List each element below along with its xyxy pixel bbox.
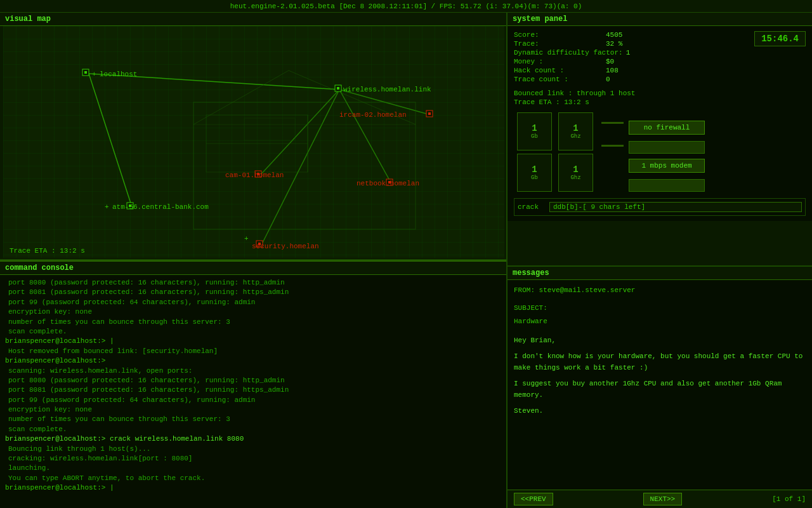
svg-text:wireless.homelan.link: wireless.homelan.link <box>343 86 431 93</box>
message-subject-label: SUBJECT: <box>514 303 806 314</box>
trace-eta-text: Trace ETA : 13:2 s <box>514 98 589 106</box>
prev-message-button[interactable]: <<PREV <box>514 493 553 505</box>
svg-line-35 <box>193 70 289 124</box>
crack-progress-bar: ddb[b]-[ 9 chars left] <box>549 202 802 212</box>
svg-rect-14 <box>428 112 431 115</box>
status-bar: heut.engine-2.01.025.beta [Dec 8 2008.12… <box>0 0 812 13</box>
hack-label: Hack count : <box>514 67 603 74</box>
svg-line-4 <box>339 90 391 184</box>
crack-bar-text: ddb[b]-[ 9 chars left] <box>550 203 801 211</box>
visual-map-header: visual map <box>0 13 506 26</box>
svg-rect-32 <box>244 118 295 140</box>
svg-text:ircam-02.homelan: ircam-02.homelan <box>339 111 407 119</box>
hw-cpu-2: 1 Ghz <box>558 154 593 192</box>
hack-value: 108 <box>606 67 619 74</box>
money-value: $0 <box>606 58 614 65</box>
difficulty-value: 1 <box>626 49 631 57</box>
svg-text:+: + <box>92 70 96 78</box>
hw-ram-1: 1 Gb <box>517 112 552 150</box>
no-firewall-button[interactable]: no firewall <box>629 121 705 135</box>
score-label: Score: <box>514 31 603 39</box>
message-subject: Hardware <box>514 316 806 327</box>
bounced-text: Bounced link : through 1 host <box>514 90 635 97</box>
modem-button[interactable]: 1 mbps modem <box>629 159 705 173</box>
messages-header: messages <box>508 267 812 280</box>
message-from: FROM: steve@mail.steve.server <box>514 285 806 296</box>
hw-cpu-1: 1 Ghz <box>558 112 593 150</box>
svg-rect-11 <box>337 87 339 90</box>
messages-content: FROM: steve@mail.steve.server SUBJECT: H… <box>508 280 812 490</box>
difficulty-label: Dynamic difficulty factor: <box>514 49 623 57</box>
message-page-info: [1 of 1] <box>772 495 806 503</box>
hardware-buttons: no firewall 1 mbps modem <box>629 112 705 192</box>
money-label: Money : <box>514 58 603 65</box>
crack-section: crack ddb[b]-[ 9 chars left] <box>514 198 806 216</box>
console-header: command console <box>0 262 506 275</box>
svg-line-1 <box>89 74 132 207</box>
svg-text:+: + <box>244 235 249 243</box>
hardware-grid: 1 Gb 1 Ghz 1 Gb 1 Ghz <box>517 112 596 192</box>
console-output[interactable]: port 8080 (password protected: 16 charac… <box>0 275 506 508</box>
map-trace-eta: Trace ETA : 13:2 s <box>10 247 85 255</box>
map-svg: + localhost wireless.homelan.link ircam-… <box>3 26 504 258</box>
svg-text:netbook.homelan: netbook.homelan <box>357 180 419 187</box>
svg-text:cam-01.homelan: cam-01.homelan <box>225 171 284 179</box>
status-text: heut.engine-2.01.025.beta [Dec 8 2008.12… <box>230 3 582 10</box>
svg-rect-30 <box>193 102 416 229</box>
message-body: Hey Brian,I don't know how is your hardw… <box>514 335 806 418</box>
timer-display: 15:46.4 <box>754 31 806 46</box>
trace-value: 32 % <box>606 40 622 48</box>
messages-navigation: <<PREV NEXT>> [1 of 1] <box>508 490 812 508</box>
svg-text:+: + <box>105 203 109 211</box>
svg-rect-7 <box>84 71 87 74</box>
svg-text:atm-56.central-bank.com: atm-56.central-bank.com <box>112 203 209 211</box>
trace-label: Trace: <box>514 40 603 48</box>
svg-text:localhost: localhost <box>100 70 137 78</box>
crack-label: crack <box>518 203 543 211</box>
trace-count-label: Trace count : <box>514 76 603 83</box>
trace-count-value: 0 <box>606 76 610 83</box>
hw-ram-2: 1 Gb <box>517 154 552 192</box>
visual-map-canvas[interactable]: + localhost wireless.homelan.link ircam-… <box>3 26 504 258</box>
next-message-button[interactable]: NEXT>> <box>643 493 683 505</box>
system-panel-header: system panel <box>508 13 812 26</box>
svg-line-5 <box>261 90 339 245</box>
score-value: 4505 <box>606 31 622 39</box>
svg-text:security.homelan: security.homelan <box>252 243 319 250</box>
